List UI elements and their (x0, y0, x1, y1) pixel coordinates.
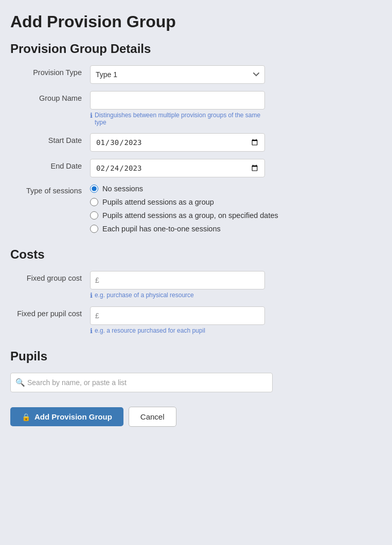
group-name-info-icon: ℹ (90, 112, 93, 119)
provision-type-label: Provision Type (10, 65, 90, 77)
radio-no-sessions-label: No sessions (102, 185, 143, 193)
radio-no-sessions[interactable] (90, 185, 98, 193)
end-date-label: End Date (10, 159, 90, 170)
provision-type-group: Provision Type Type 1 Type 2 Type 3 (10, 65, 382, 84)
search-icon: 🔍 (15, 378, 25, 387)
fixed-per-pupil-cost-input[interactable] (90, 306, 265, 325)
type-of-sessions-group: Type of sessions No sessions Pupils atte… (10, 185, 382, 233)
type-of-sessions-label: Type of sessions (10, 185, 90, 195)
radio-group-specified-sessions[interactable] (90, 211, 98, 220)
start-date-input[interactable] (90, 133, 265, 152)
fixed-per-pupil-cost-group: Fixed per pupil cost £ ℹ e.g. a resource… (10, 306, 382, 335)
radio-option-one-to-one-sessions[interactable]: Each pupil has one-to-one sessions (90, 225, 278, 233)
pupils-section: Pupils 🔍 (10, 349, 382, 392)
footer-buttons: 🔒 Add Provision Group Cancel (10, 407, 382, 427)
fixed-group-cost-label: Fixed group cost (10, 271, 90, 282)
fixed-per-pupil-cost-hint: ℹ e.g. a resource purchased for each pup… (90, 327, 265, 335)
radio-group-specified-sessions-label: Pupils attend sessions as a group, on sp… (102, 211, 278, 220)
pupils-heading: Pupils (10, 349, 382, 364)
fixed-per-pupil-cost-hint-text: e.g. a resource purchased for each pupil (95, 327, 205, 334)
cancel-button[interactable]: Cancel (129, 407, 176, 427)
group-name-label: Group Name (10, 91, 90, 102)
fixed-per-pupil-cost-label: Fixed per pupil cost (10, 306, 90, 318)
fixed-per-pupil-cost-input-wrap: £ (90, 306, 265, 325)
radio-one-to-one-sessions[interactable] (90, 225, 98, 233)
group-name-hint-text: Distinguishes between multiple provision… (95, 112, 265, 126)
page-title: Add Provision Group (10, 12, 382, 31)
lock-icon: 🔒 (22, 413, 30, 421)
start-date-group: Start Date (10, 133, 382, 152)
fixed-group-cost-wrap: £ ℹ e.g. purchase of a physical resource (90, 271, 265, 299)
add-provision-group-button[interactable]: 🔒 Add Provision Group (10, 407, 123, 426)
group-name-hint: ℹ Distinguishes between multiple provisi… (90, 112, 265, 126)
fixed-group-cost-hint: ℹ e.g. purchase of a physical resource (90, 292, 265, 299)
fixed-group-cost-input[interactable] (90, 271, 265, 289)
fixed-group-cost-hint-text: e.g. purchase of a physical resource (95, 292, 194, 299)
end-date-group: End Date (10, 159, 382, 177)
fixed-group-cost-group: Fixed group cost £ ℹ e.g. purchase of a … (10, 271, 382, 299)
start-date-label: Start Date (10, 133, 90, 144)
start-date-control-wrap (90, 133, 265, 152)
fixed-group-cost-input-wrap: £ (90, 271, 265, 289)
end-date-control-wrap (90, 159, 265, 177)
radio-option-group-sessions[interactable]: Pupils attend sessions as a group (90, 198, 278, 206)
fixed-per-pupil-cost-info-icon: ℹ (90, 327, 93, 335)
fixed-group-cost-info-icon: ℹ (90, 292, 93, 299)
provision-group-details-heading: Provision Group Details (10, 42, 382, 56)
radio-option-no-sessions[interactable]: No sessions (90, 185, 278, 193)
provision-type-select[interactable]: Type 1 Type 2 Type 3 (90, 65, 265, 84)
pupils-search-input[interactable] (10, 373, 273, 392)
pupils-search-wrap: 🔍 (10, 373, 273, 392)
costs-section: Costs Fixed group cost £ ℹ e.g. purchase… (10, 247, 382, 335)
end-date-input[interactable] (90, 159, 265, 177)
radio-one-to-one-sessions-label: Each pupil has one-to-one sessions (102, 225, 221, 233)
radio-group-sessions-label: Pupils attend sessions as a group (102, 198, 214, 206)
radio-option-group-specified-sessions[interactable]: Pupils attend sessions as a group, on sp… (90, 211, 278, 220)
submit-button-label: Add Provision Group (34, 412, 112, 421)
radio-group-sessions[interactable] (90, 198, 98, 206)
costs-heading: Costs (10, 247, 382, 262)
provision-type-control-wrap: Type 1 Type 2 Type 3 (90, 65, 265, 84)
group-name-input[interactable] (90, 91, 265, 110)
type-of-sessions-options: No sessions Pupils attend sessions as a … (90, 185, 278, 233)
fixed-per-pupil-cost-wrap: £ ℹ e.g. a resource purchased for each p… (90, 306, 265, 335)
group-name-group: Group Name ℹ Distinguishes between multi… (10, 91, 382, 126)
group-name-control-wrap: ℹ Distinguishes between multiple provisi… (90, 91, 265, 126)
provision-group-details-section: Provision Group Details Provision Type T… (10, 42, 382, 233)
